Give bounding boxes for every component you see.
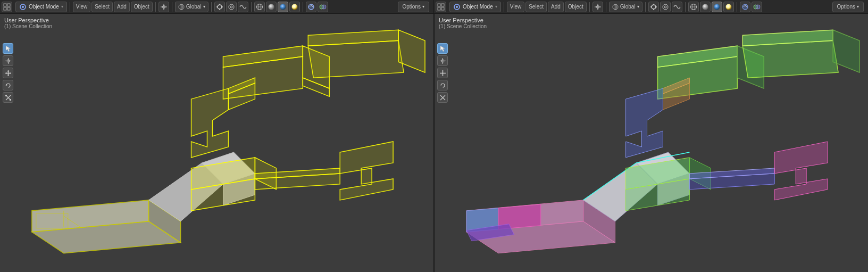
scale-tool-right[interactable] — [437, 92, 448, 103]
material-shading-right[interactable] — [712, 2, 722, 12]
svg-rect-71 — [5, 95, 7, 96]
svg-point-46 — [663, 4, 668, 10]
svg-marker-95 — [308, 40, 404, 78]
svg-rect-31 — [438, 7, 440, 10]
svg-marker-63 — [7, 70, 9, 72]
toolbar-right: Object Mode ▾ View Select Add Object — [434, 0, 868, 13]
cursor-tool-panel-left[interactable] — [3, 55, 13, 66]
svg-rect-70 — [10, 99, 11, 101]
transform-orientation-left[interactable]: Global ▾ — [175, 2, 208, 12]
svg-point-23 — [280, 4, 286, 10]
overlay-right[interactable] — [752, 2, 762, 12]
transform-orientation-right[interactable]: Global ▾ — [609, 2, 642, 12]
svg-point-47 — [664, 6, 666, 8]
options-arrow-left-icon: ▾ — [422, 4, 424, 9]
overlay-left[interactable] — [318, 2, 328, 12]
svg-marker-130 — [742, 40, 838, 78]
proportional-btn-right[interactable] — [660, 2, 671, 12]
orientation-label-right: Global — [620, 4, 636, 10]
mode-label-left: Object Mode — [29, 4, 59, 10]
svg-marker-98 — [440, 46, 445, 52]
svg-point-51 — [702, 4, 708, 10]
object-mode-dropdown-left[interactable]: Object Mode ▾ — [15, 2, 67, 12]
scene-left[interactable] — [0, 14, 433, 272]
gizmo-overlay-right[interactable] — [740, 2, 750, 12]
scene-right[interactable] — [435, 14, 868, 272]
orientation-arrow-left: ▾ — [203, 4, 205, 9]
rotate-tool-left[interactable] — [3, 80, 13, 90]
svg-point-53 — [725, 4, 731, 10]
options-btn-left[interactable]: Options ▾ — [398, 2, 429, 12]
svg-point-17 — [229, 4, 234, 10]
svg-point-5 — [22, 6, 24, 8]
menu-object-right[interactable]: Object — [565, 2, 587, 12]
orientation-label-left: Global — [186, 4, 202, 10]
solid-shading-left[interactable] — [266, 2, 277, 12]
svg-point-12 — [218, 5, 222, 9]
options-btn-right[interactable]: Options ▾ — [832, 2, 864, 12]
select-tool-left[interactable] — [3, 43, 13, 54]
svg-marker-64 — [7, 75, 9, 76]
svg-rect-0 — [4, 4, 6, 6]
left-tools-right — [437, 43, 448, 103]
mode-arrow-right: ▾ — [495, 4, 497, 9]
object-mode-dropdown-right[interactable]: Object Mode ▾ — [449, 2, 501, 12]
svg-point-52 — [714, 4, 720, 10]
mode-arrow-left: ▾ — [61, 4, 63, 9]
menu-select-left[interactable]: Select — [91, 2, 113, 12]
gizmo-overlay-left[interactable] — [306, 2, 316, 12]
snapping-btn-right[interactable] — [648, 2, 659, 12]
wave-btn-right[interactable] — [672, 2, 682, 12]
menu-add-right[interactable]: Add — [548, 2, 564, 12]
svg-rect-29 — [438, 4, 440, 6]
render-shading-left[interactable] — [289, 2, 300, 12]
svg-point-56 — [756, 5, 760, 9]
cursor-tool-left[interactable] — [158, 2, 169, 12]
svg-point-34 — [456, 6, 458, 8]
menu-select-right[interactable]: Select — [525, 2, 547, 12]
svg-point-22 — [268, 4, 274, 10]
svg-rect-1 — [7, 4, 10, 6]
blender-ui: Object Mode ▾ View Select Add Object — [0, 0, 868, 272]
svg-marker-66 — [10, 72, 11, 74]
editor-type-icon[interactable] — [2, 2, 12, 12]
menu-view-right[interactable]: View — [507, 2, 525, 12]
select-tool-right[interactable] — [437, 43, 448, 54]
cursor-tool-right[interactable] — [592, 2, 603, 12]
move-tool-right[interactable] — [437, 68, 448, 78]
snapping-btn-left[interactable] — [214, 2, 225, 12]
viewport-left[interactable]: User Perspective (1) Scene Collection — [0, 14, 435, 272]
svg-rect-30 — [441, 4, 444, 6]
cursor-tool-panel-right[interactable] — [437, 55, 448, 66]
svg-marker-65 — [5, 72, 7, 74]
svg-point-24 — [291, 4, 297, 10]
svg-point-41 — [652, 5, 656, 9]
viewport-right[interactable]: User Perspective (1) Scene Collection — [435, 14, 868, 272]
menu-add-left[interactable]: Add — [114, 2, 130, 12]
move-tool-left[interactable] — [3, 68, 13, 78]
wireframe-shading-right[interactable] — [688, 2, 699, 12]
orientation-arrow-right: ▾ — [637, 4, 639, 9]
render-shading-right[interactable] — [723, 2, 734, 12]
menu-object-left[interactable]: Object — [131, 2, 153, 12]
scale-tool-left[interactable] — [3, 92, 13, 103]
toolbar-left: Object Mode ▾ View Select Add Object — [0, 0, 434, 13]
svg-marker-57 — [6, 46, 11, 52]
svg-rect-32 — [441, 7, 444, 10]
svg-rect-3 — [7, 7, 10, 10]
svg-rect-2 — [4, 7, 6, 10]
menu-view-left[interactable]: View — [73, 2, 91, 12]
proportional-btn-left[interactable] — [226, 2, 237, 12]
options-label-left: Options — [403, 4, 421, 10]
wireframe-shading-left[interactable] — [254, 2, 265, 12]
svg-point-18 — [230, 6, 232, 8]
options-label-right: Options — [837, 4, 855, 10]
top-toolbar: Object Mode ▾ View Select Add Object — [0, 0, 868, 14]
editor-type-icon-right[interactable] — [436, 2, 446, 12]
material-shading-left[interactable] — [278, 2, 288, 12]
svg-point-28 — [322, 5, 326, 9]
solid-shading-right[interactable] — [700, 2, 711, 12]
wave-btn-left[interactable] — [238, 2, 248, 12]
rotate-tool-right[interactable] — [437, 80, 448, 90]
options-arrow-right-icon: ▾ — [857, 4, 859, 9]
